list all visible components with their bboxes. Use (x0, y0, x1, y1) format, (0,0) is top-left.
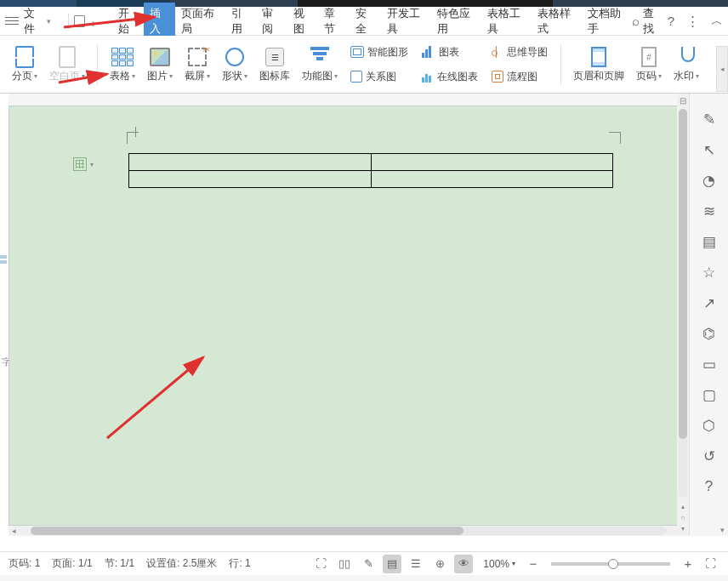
chevron-down-icon: ▾ (334, 72, 338, 80)
page-number-button[interactable]: # 页码▾ (633, 39, 665, 90)
table-button[interactable]: 表格▾ (106, 39, 139, 90)
mind-map-button[interactable]: 思维导图 (487, 41, 552, 63)
table-row[interactable] (129, 171, 613, 188)
side-layout-icon[interactable]: ▤ (696, 226, 723, 257)
smart-graphic-button[interactable]: 智能图形 (346, 41, 412, 63)
more-icon[interactable]: ⋮ (686, 14, 699, 29)
workspace: ▾ ◂ ▸ (9, 94, 689, 536)
view-web-icon[interactable]: ⊕ (430, 555, 449, 573)
document-page[interactable]: ▾ (9, 105, 689, 526)
chart-button[interactable]: 图表 (418, 41, 482, 63)
image-icon (148, 45, 172, 69)
table-cell[interactable] (371, 171, 613, 188)
blank-page-button[interactable]: 空白页▾ (46, 39, 88, 90)
horizontal-scrollbar[interactable]: ◂ ▸ (9, 526, 689, 536)
separator (68, 14, 69, 29)
relation-button[interactable]: 关系图 (346, 66, 412, 88)
side-hexagon-icon[interactable]: ⬡ (696, 410, 723, 441)
zoom-select[interactable]: 100% ▾ (483, 558, 515, 570)
screenshot-button[interactable]: 截屏▾ (181, 39, 213, 90)
view-page-icon[interactable]: ▤ (383, 555, 401, 573)
tab-insert[interactable]: 插入 (144, 3, 175, 40)
inserted-table[interactable] (128, 153, 613, 188)
collapse-ribbon-icon[interactable]: ︿ (711, 14, 723, 29)
icon-library-button[interactable]: ☰ 图标库 (256, 39, 293, 90)
zoom-in-icon[interactable]: + (680, 556, 696, 572)
func-graph-button[interactable]: 功能图▾ (299, 39, 341, 90)
forward-icon[interactable] (92, 16, 101, 26)
chevron-down-icon: ▾ (169, 72, 173, 80)
view-eye-icon[interactable]: 👁 (454, 555, 473, 573)
vscroll-track[interactable] (679, 109, 687, 498)
tab-review[interactable]: 审阅 (256, 3, 287, 40)
side-star-icon[interactable]: ☆ (696, 257, 723, 288)
tab-dev-tools[interactable]: 开发工具 (381, 3, 431, 40)
zoom-slider-thumb[interactable] (608, 559, 618, 569)
status-position[interactable]: 设置值: 2.5厘米 (146, 556, 217, 571)
table-cell[interactable] (371, 154, 613, 171)
zoom-out-icon[interactable]: − (526, 556, 541, 572)
side-circle-icon[interactable]: ◔ (696, 165, 723, 196)
shape-button[interactable]: 形状▾ (219, 39, 251, 90)
view-outline-icon[interactable]: ☰ (407, 555, 425, 573)
side-rect-icon[interactable]: ▭ (696, 349, 723, 379)
scroll-left-icon[interactable]: ◂ (9, 527, 19, 535)
watermark-button[interactable]: 水印▾ (670, 39, 702, 90)
chevron-down-icon: ▾ (512, 560, 515, 567)
flowchart-button[interactable]: 流程图 (487, 66, 552, 88)
table-move-handle[interactable]: ▾ (73, 157, 94, 171)
vscroll-options-icon[interactable]: ⊟ (677, 94, 689, 107)
table-row[interactable] (129, 154, 613, 171)
status-page-code[interactable]: 页码: 1 (9, 556, 40, 571)
window-icon[interactable] (74, 15, 85, 27)
side-hex-icon[interactable]: ⌬ (696, 318, 723, 349)
view-reading-icon[interactable]: ▯▯ (335, 555, 354, 573)
side-pencil-icon[interactable]: ✎ (696, 104, 723, 134)
side-wave-icon[interactable]: ≋ (696, 196, 723, 226)
table-cell[interactable] (129, 171, 372, 188)
tab-doc-assistant[interactable]: 文档助手 (582, 3, 632, 40)
scroll-up-icon[interactable]: ▴ (681, 503, 685, 510)
tab-security[interactable]: 安全 (350, 3, 381, 40)
view-edit-icon[interactable]: ✎ (359, 555, 378, 573)
file-menu-label: 文件 (24, 6, 43, 37)
bottom-strip (0, 575, 728, 581)
page-break-button[interactable]: 分页▾ (9, 39, 41, 90)
chevron-down-icon: ▾ (207, 72, 210, 80)
header-footer-button[interactable]: 页眉和页脚 (570, 39, 628, 90)
hamburger-icon[interactable] (5, 17, 19, 25)
tab-view[interactable]: 视图 (287, 3, 319, 40)
image-button[interactable]: 图片▾ (144, 39, 176, 90)
tab-start[interactable]: 开始 (112, 3, 144, 40)
view-fullscreen-icon[interactable]: ⛶ (311, 555, 330, 573)
scroll-mid-icon[interactable]: ○ (681, 514, 685, 521)
tab-page-layout[interactable]: 页面布局 (175, 3, 225, 40)
tab-table-tools[interactable]: 表格工具 (481, 3, 532, 40)
search-button[interactable]: 查找 (632, 6, 656, 37)
hscroll-thumb[interactable] (31, 527, 464, 535)
tab-chapter[interactable]: 章节 (318, 3, 350, 40)
vscroll-thumb[interactable] (679, 109, 687, 439)
side-share-icon[interactable]: ↗ (696, 288, 723, 318)
tab-table-style[interactable]: 表格样式 (532, 3, 582, 40)
vertical-scrollbar[interactable]: ⊟ ▴ ○ ▾ (677, 94, 689, 536)
side-square-icon[interactable]: ▢ (696, 379, 723, 410)
online-chart-button[interactable]: 在线图表 (418, 66, 482, 88)
table-cell[interactable] (129, 154, 372, 171)
status-line[interactable]: 行: 1 (229, 556, 250, 571)
tab-special[interactable]: 特色应用 (431, 3, 481, 40)
help-icon[interactable]: ? (668, 14, 674, 28)
zoom-slider[interactable] (551, 562, 670, 566)
side-history-icon[interactable]: ↺ (696, 441, 723, 471)
scroll-down-icon[interactable]: ▾ (681, 525, 685, 533)
file-menu[interactable]: 文件 ▾ (24, 6, 51, 37)
tab-references[interactable]: 引用 (225, 3, 257, 40)
zoom-fit-icon[interactable]: ⛶ (701, 555, 719, 573)
hscroll-track[interactable] (31, 527, 667, 535)
side-help-icon[interactable]: ? (696, 471, 723, 502)
status-section[interactable]: 节: 1/1 (105, 556, 134, 571)
side-expand-icon[interactable]: ▾ (716, 524, 728, 536)
side-collapse-button[interactable]: ◂ (716, 46, 728, 92)
side-cursor-icon[interactable]: ↖ (696, 134, 723, 165)
status-page[interactable]: 页面: 1/1 (52, 556, 92, 571)
